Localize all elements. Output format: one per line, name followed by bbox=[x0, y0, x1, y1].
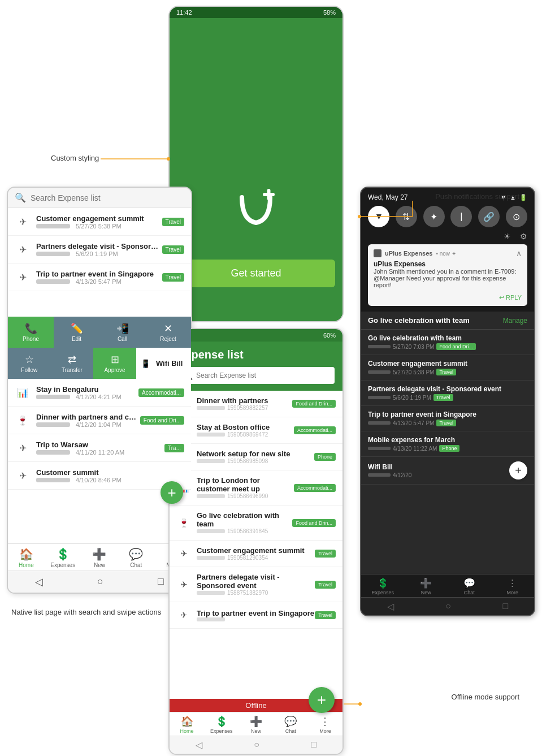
home-button[interactable]: ○ bbox=[445, 601, 451, 612]
flashlight-toggle[interactable]: | bbox=[450, 206, 472, 227]
list-item[interactable]: 📊 Trip to London for customer meet up 15… bbox=[170, 470, 342, 506]
list-item[interactable]: ✈ Partners delegate visit - Sponsored ev… bbox=[8, 236, 191, 263]
chat-icon: 💬 bbox=[284, 715, 297, 728]
nav-new[interactable]: ➕ New bbox=[239, 715, 273, 734]
dark-list-item[interactable]: Customer engagement summit 5/27/20 5:38 … bbox=[361, 355, 534, 381]
middle-search-input[interactable] bbox=[196, 371, 329, 379]
travel-icon: ✈ bbox=[15, 468, 31, 483]
dark-list-item[interactable]: Go live celebration with team 5/27/20 7:… bbox=[361, 330, 534, 355]
network-toggle[interactable]: ▼ bbox=[368, 206, 389, 227]
nav-more[interactable]: ⋮ More bbox=[491, 577, 535, 595]
middle-fab-button[interactable]: + bbox=[309, 687, 335, 713]
dark-list-item[interactable]: Partners delegate visit - Sponsored even… bbox=[361, 381, 534, 406]
nav-chat[interactable]: 💬 Chat bbox=[274, 715, 308, 734]
home-button[interactable]: ○ bbox=[254, 740, 259, 750]
back-button[interactable]: ◁ bbox=[35, 576, 43, 588]
nav-chat[interactable]: 💬 Chat bbox=[448, 577, 491, 595]
center-time: 11:42 bbox=[176, 9, 192, 16]
get-started-button[interactable]: Get started bbox=[177, 260, 335, 287]
list-item[interactable]: ✈ Customer engagement summit 5/27/20 5:3… bbox=[8, 208, 191, 236]
nav-new[interactable]: ➕ New bbox=[405, 577, 448, 595]
expense-title: Trip to partner event in Singapore bbox=[197, 609, 315, 617]
list-item[interactable]: 🍷 Dinner with partners 1590589882257 Foo… bbox=[170, 391, 342, 417]
phone-action[interactable]: 📞 Phone bbox=[8, 317, 54, 348]
call-action[interactable]: 📲 Call bbox=[99, 317, 145, 348]
approve-action[interactable]: ⊞ Approve bbox=[93, 348, 136, 379]
data-toggle[interactable]: ⇅ bbox=[396, 206, 417, 227]
nav-new[interactable]: ➕ New bbox=[81, 547, 118, 568]
nav-expenses[interactable]: 💲 Expenses bbox=[204, 715, 239, 734]
list-item[interactable]: ✈ Trip to partner event in Singapore Tra… bbox=[170, 602, 342, 629]
nav-expenses[interactable]: 💲 Expenses bbox=[45, 547, 81, 568]
middle-bottom-nav: 🏠 Home 💲 Expenses ➕ New 💬 Chat ⋮ More bbox=[170, 712, 342, 736]
tag-travel: Travel bbox=[315, 550, 336, 558]
list-item[interactable]: 📱 Network setup for new site 15905869850… bbox=[170, 444, 342, 470]
nav-home[interactable]: 🏠 Home bbox=[170, 715, 204, 734]
transfer-action[interactable]: ⇄ Transfer bbox=[51, 348, 94, 379]
bar-icon: 📊 bbox=[15, 385, 31, 400]
expense-title: Dinner with partners bbox=[197, 396, 292, 405]
add-icon: ➕ bbox=[420, 577, 432, 589]
expense-sub: 4/11/20 11:20 AM bbox=[36, 449, 164, 456]
dark-bottom-nav: 💲 Expenses ➕ New 💬 Chat ⋮ More bbox=[361, 574, 534, 597]
expense-title: Customer summit bbox=[36, 468, 184, 477]
list-item[interactable]: 🍷 Dinner with partners and consultants 4… bbox=[8, 407, 191, 434]
recents-button[interactable]: □ bbox=[311, 740, 317, 750]
svg-point-8 bbox=[358, 702, 362, 706]
nav-home[interactable]: 🏠 Home bbox=[8, 547, 45, 568]
list-item[interactable]: ✈ Trip to Warsaw 4/11/20 11:20 AM Tra... bbox=[8, 434, 191, 462]
recents-button[interactable]: □ bbox=[503, 601, 509, 612]
nav-more[interactable]: ⋮ More bbox=[308, 715, 342, 734]
middle-search-bar: 🔍 bbox=[177, 367, 335, 384]
dark-list-item[interactable]: Mobile expenses for March 4/13/20 11:22 … bbox=[361, 431, 534, 457]
offline-mode-label: Offline mode support bbox=[452, 693, 519, 701]
follow-action[interactable]: ☆ Follow bbox=[8, 348, 51, 379]
expense-title: Stay in Bengaluru bbox=[36, 385, 138, 394]
list-item[interactable]: ✈ Partners delegate visit - Sponsored ev… bbox=[170, 567, 342, 602]
expense-title: Trip to partner event in Singapore bbox=[368, 411, 527, 418]
recents-button[interactable]: □ bbox=[158, 576, 164, 588]
back-button[interactable]: ◁ bbox=[387, 601, 394, 612]
travel-icon: ✈ bbox=[15, 269, 31, 285]
dark-list-item[interactable]: Wifi Bill 4/12/20 + bbox=[361, 457, 534, 485]
settings-icon[interactable]: ⚙ bbox=[520, 232, 527, 241]
list-item[interactable]: ✈ Trip to partner event in Singapore 4/1… bbox=[8, 263, 191, 291]
left-search-input[interactable] bbox=[31, 193, 184, 202]
notif-time: • now ✦ bbox=[436, 250, 456, 257]
nav-chat[interactable]: 💬 Chat bbox=[118, 547, 154, 568]
app-icon bbox=[374, 249, 381, 257]
reject-action[interactable]: ✕ Reject bbox=[145, 317, 191, 348]
expenses-icon: 💲 bbox=[56, 547, 70, 561]
dark-expense-list: Go live celebration with team Manage Go … bbox=[361, 312, 534, 574]
edit-action[interactable]: ✏️ Edit bbox=[54, 317, 99, 348]
nav-expenses[interactable]: 💲 Expenses bbox=[361, 577, 405, 595]
back-button[interactable]: ◁ bbox=[196, 740, 202, 750]
home-button[interactable]: ○ bbox=[97, 576, 103, 588]
manage-button[interactable]: Manage bbox=[503, 317, 527, 325]
list-item[interactable]: 📊 Stay at Boston office 1590589869472 Ac… bbox=[170, 417, 342, 444]
more-icon: ⋮ bbox=[508, 577, 517, 589]
tag-food: Food and Dri... bbox=[436, 343, 476, 350]
link-toggle[interactable]: 🔗 bbox=[478, 206, 500, 227]
close-icon[interactable]: ∧ bbox=[516, 249, 522, 258]
tag-travel: Travel bbox=[315, 611, 336, 619]
left-search-bar: 🔍 bbox=[8, 188, 191, 208]
expense-title: Stay at Boston office bbox=[197, 423, 294, 431]
bluetooth-toggle[interactable]: ✦ bbox=[423, 206, 445, 227]
dark-list-item[interactable]: Trip to partner event in Singapore 4/13/… bbox=[361, 406, 534, 431]
swipe-bottom-row: ☆ Follow ⇄ Transfer ⊞ Approve 📱 Wifi Bil… bbox=[8, 348, 191, 379]
notification-card: uPlus Expenses • now ✦ ∧ uPlus Expenses … bbox=[368, 244, 527, 306]
tag-travel: Travel bbox=[315, 581, 336, 589]
list-item[interactable]: 📊 Stay in Bengaluru 4/12/20 4:21 PM Acco… bbox=[8, 379, 191, 407]
dark-fab-button[interactable]: + bbox=[509, 461, 527, 479]
expense-title: Partners delegate visit - Sponsored even… bbox=[36, 242, 162, 250]
list-item[interactable]: 🍷 Go live celebration with team 15905863… bbox=[170, 506, 342, 541]
fab-button[interactable]: + bbox=[161, 481, 183, 504]
list-item[interactable]: ✈ Customer engagement summit 15905812903… bbox=[170, 541, 342, 567]
reply-button[interactable]: ↩ RPLY bbox=[499, 294, 522, 301]
camera-toggle[interactable]: ⊙ bbox=[506, 206, 527, 227]
bottom-nav: 🏠 Home 💲 Expenses ➕ New 💬 Chat ⋯ More bbox=[8, 543, 191, 571]
brightness-icon[interactable]: ☀ bbox=[504, 232, 511, 241]
battery-icon: 🔋 bbox=[519, 194, 527, 201]
add-icon: ➕ bbox=[250, 715, 262, 728]
